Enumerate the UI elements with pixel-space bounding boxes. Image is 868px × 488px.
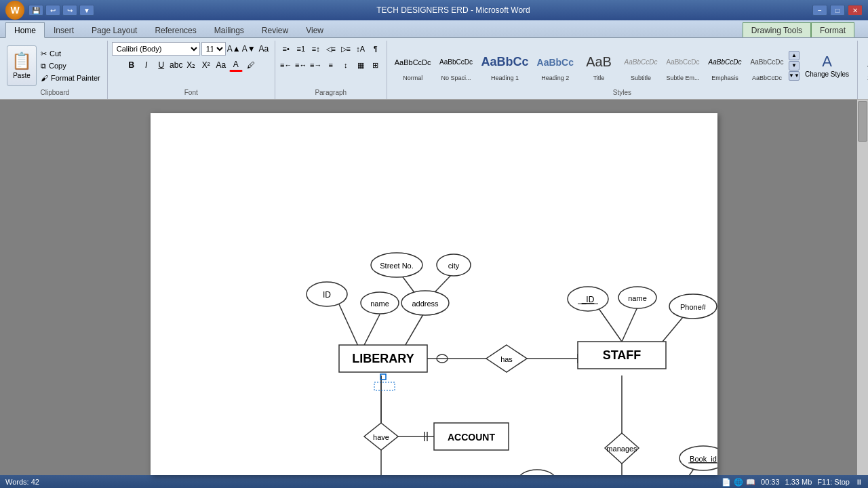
font-size-select[interactable]: 11 <box>201 42 226 56</box>
clipboard-label: Clipboard <box>40 89 69 98</box>
scroll-thumb[interactable] <box>858 101 867 142</box>
style-h1-preview: AaBbCc <box>481 50 529 75</box>
style-subtitle[interactable]: AaBbCcDc Subtitle <box>620 48 661 83</box>
ribbon: Home Insert Page Layout References Maili… <box>0 20 868 100</box>
redo-btn[interactable]: ↪ <box>62 5 77 16</box>
tab-view[interactable]: View <box>297 22 332 37</box>
style-no-space[interactable]: AaBbCcDc No Spaci... <box>436 48 477 83</box>
justify-btn[interactable]: ≡ <box>324 58 338 72</box>
tab-references[interactable]: References <box>146 22 205 37</box>
font-color-btn[interactable]: A <box>229 58 243 72</box>
paste-button[interactable]: 📋 Paste <box>7 45 37 86</box>
cut-button[interactable]: ✂ Cut <box>38 48 103 60</box>
style-heading1[interactable]: AaBbCc Heading 1 <box>478 48 532 83</box>
style-subtle-em[interactable]: AaBbCcDc Subtle Em... <box>663 48 703 83</box>
undo-btn[interactable]: ↩ <box>45 5 60 16</box>
customize-btn[interactable]: ▼ <box>79 5 94 16</box>
subscript-btn[interactable]: X₂ <box>184 58 198 72</box>
increase-indent-btn[interactable]: ▷≡ <box>339 42 353 56</box>
superscript-btn[interactable]: X² <box>199 58 213 72</box>
highlight-btn[interactable]: 🖊 <box>244 58 258 72</box>
office-button[interactable]: W <box>5 1 24 20</box>
numbering-btn[interactable]: ≡1 <box>294 42 308 56</box>
copy-button[interactable]: ⧉ Copy <box>38 60 103 72</box>
tab-format[interactable]: Format <box>811 22 854 37</box>
format-painter-button[interactable]: 🖌 Format Painter <box>38 73 103 83</box>
select-button[interactable]: Select : ▼ <box>863 73 868 83</box>
style-subtle-label: Subtle Em... <box>667 75 700 81</box>
ribbon-tab-bar: Home Insert Page Layout References Maili… <box>0 20 868 38</box>
para-row-1: ≡• ≡1 ≡↕ ◁≡ ▷≡ ↕A ¶ <box>279 42 382 56</box>
clipboard-content: 📋 Paste ✂ Cut ⧉ Copy 🖌 Format Painter <box>7 42 103 89</box>
tab-pagelayout[interactable]: Page Layout <box>83 22 146 37</box>
show-hide-btn[interactable]: ¶ <box>369 42 382 56</box>
svg-text:ID: ID <box>323 290 331 300</box>
erd-svg: LIBERARY STAFF ACCOUNT MEMBERS BOOKS C <box>151 113 717 475</box>
decrease-indent-btn[interactable]: ◁≡ <box>324 42 338 56</box>
bullets-btn[interactable]: ≡• <box>279 42 293 56</box>
strikethrough-btn[interactable]: abc <box>170 58 183 72</box>
font-row-2: B I U abc X₂ X² Aa A 🖊 <box>125 58 258 72</box>
styles-scroll-up[interactable]: ▲ <box>789 51 800 60</box>
layout-icon[interactable]: 📄 <box>722 478 731 487</box>
file-size: 1.33 Mb <box>785 478 812 486</box>
tab-review[interactable]: Review <box>253 22 297 37</box>
bold-btn[interactable]: B <box>125 58 138 72</box>
read-icon[interactable]: 📖 <box>746 478 755 487</box>
quick-save[interactable]: 💾 <box>28 5 43 16</box>
style-normal[interactable]: AaBbCcDc Normal <box>391 48 435 83</box>
font-name-select[interactable]: Calibri (Body) <box>112 42 200 56</box>
style-normal-label: Normal <box>403 75 422 81</box>
font-group: Calibri (Body) 11 A▲ A▼ Aa B I U abc X₂ … <box>108 41 275 99</box>
editing-content: 🔍 Find ↔ Replace Select : ▼ <box>862 42 868 89</box>
line-spacing-btn[interactable]: ↕ <box>339 58 353 72</box>
erd-diagram: LIBERARY STAFF ACCOUNT MEMBERS BOOKS C <box>151 113 717 475</box>
underline-btn[interactable]: U <box>155 58 168 72</box>
minimize-btn[interactable]: − <box>812 5 827 16</box>
change-case-btn[interactable]: Aa <box>214 58 228 72</box>
shading-btn[interactable]: ▦ <box>354 58 368 72</box>
play-icon[interactable]: ⏸ <box>855 478 863 486</box>
multilevel-btn[interactable]: ≡↕ <box>309 42 323 56</box>
tab-drawing-tools[interactable]: Drawing Tools <box>743 22 811 37</box>
align-right-btn[interactable]: ≡→ <box>309 58 323 72</box>
styles-content: AaBbCcDc Normal AaBbCcDc No Spaci... AaB… <box>391 42 853 89</box>
style-title[interactable]: AaB Title <box>578 48 619 83</box>
clear-format-btn[interactable]: Aa <box>257 42 271 56</box>
svg-text:have: have <box>373 433 389 441</box>
tab-insert[interactable]: Insert <box>45 22 83 37</box>
tab-mailings[interactable]: Mailings <box>205 22 253 37</box>
italic-btn[interactable]: I <box>140 58 153 72</box>
borders-btn[interactable]: ⊞ <box>369 58 382 72</box>
style-heading2[interactable]: AaBbCc Heading 2 <box>534 48 577 83</box>
time-value: 00:33 <box>761 478 780 486</box>
cut-label: Cut <box>50 49 61 58</box>
styles-arrows: ▲ ▼ ▼▼ <box>789 51 800 81</box>
maximize-btn[interactable]: □ <box>830 5 845 16</box>
replace-button[interactable]: ↔ Replace <box>862 60 868 71</box>
align-left-btn[interactable]: ≡← <box>279 58 293 72</box>
style-normal-preview: AaBbCcDc <box>395 50 431 75</box>
style-h2-preview: AaBbCc <box>537 50 574 75</box>
time-display: 00:33 <box>761 478 780 486</box>
style-extra-preview: AaBbCcDc <box>751 50 784 75</box>
close-btn[interactable]: ✕ <box>848 5 863 16</box>
styles-expand[interactable]: ▼▼ <box>789 71 800 81</box>
styles-scroll-down[interactable]: ▼ <box>789 61 800 70</box>
sort-btn[interactable]: ↕A <box>354 42 368 56</box>
library-label: LIBERARY <box>352 352 414 365</box>
web-icon[interactable]: 🌐 <box>734 478 743 487</box>
para-row-2: ≡← ≡↔ ≡→ ≡ ↕ ▦ ⊞ <box>279 58 382 72</box>
f11-label: F11: Stop <box>817 478 850 486</box>
page-container: LIBERARY STAFF ACCOUNT MEMBERS BOOKS C <box>151 113 717 475</box>
font-label: Font <box>184 89 198 98</box>
align-center-btn[interactable]: ≡↔ <box>294 58 308 72</box>
style-extra[interactable]: AaBbCcDc AaBbCcDc <box>747 48 787 83</box>
shrink-font-btn[interactable]: A▼ <box>242 42 256 56</box>
document-area: LIBERARY STAFF ACCOUNT MEMBERS BOOKS C <box>0 100 868 475</box>
change-styles-button[interactable]: A Change Styles <box>801 50 853 81</box>
grow-font-btn[interactable]: A▲ <box>227 42 241 56</box>
style-emphasis[interactable]: AaBbCcDc Emphasis <box>705 48 745 83</box>
vertical-scrollbar[interactable] <box>857 100 868 475</box>
tab-home[interactable]: Home <box>5 22 45 38</box>
